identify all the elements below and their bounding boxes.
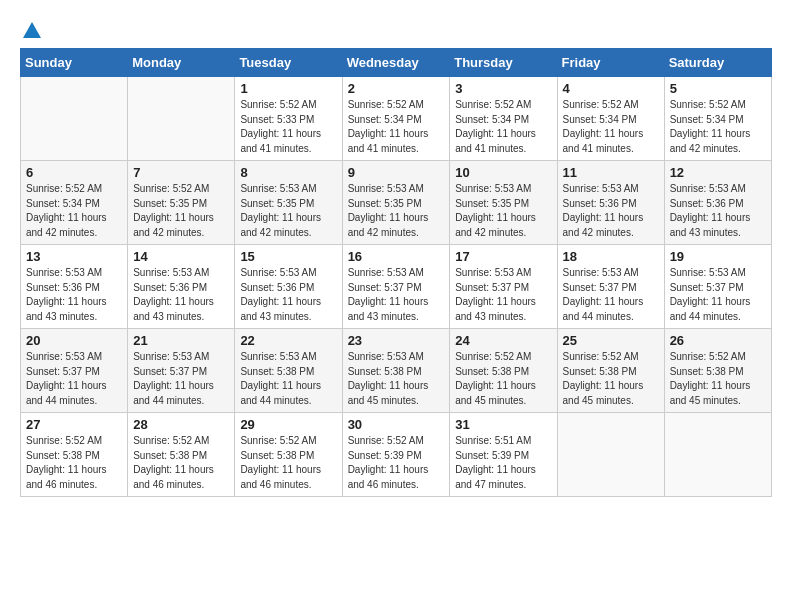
day-number: 19	[670, 249, 766, 264]
weekday-header-sunday: Sunday	[21, 49, 128, 77]
day-number: 27	[26, 417, 122, 432]
day-info: Sunrise: 5:53 AM Sunset: 5:35 PM Dayligh…	[348, 182, 445, 240]
day-cell: 31Sunrise: 5:51 AM Sunset: 5:39 PM Dayli…	[450, 413, 557, 497]
week-row-1: 1Sunrise: 5:52 AM Sunset: 5:33 PM Daylig…	[21, 77, 772, 161]
day-number: 8	[240, 165, 336, 180]
day-cell: 7Sunrise: 5:52 AM Sunset: 5:35 PM Daylig…	[128, 161, 235, 245]
day-cell: 2Sunrise: 5:52 AM Sunset: 5:34 PM Daylig…	[342, 77, 450, 161]
day-cell	[557, 413, 664, 497]
day-cell: 9Sunrise: 5:53 AM Sunset: 5:35 PM Daylig…	[342, 161, 450, 245]
day-info: Sunrise: 5:53 AM Sunset: 5:36 PM Dayligh…	[133, 266, 229, 324]
calendar: SundayMondayTuesdayWednesdayThursdayFrid…	[20, 48, 772, 497]
day-info: Sunrise: 5:53 AM Sunset: 5:36 PM Dayligh…	[26, 266, 122, 324]
day-info: Sunrise: 5:53 AM Sunset: 5:37 PM Dayligh…	[563, 266, 659, 324]
day-number: 25	[563, 333, 659, 348]
day-number: 7	[133, 165, 229, 180]
logo	[20, 20, 44, 38]
day-number: 14	[133, 249, 229, 264]
weekday-header-wednesday: Wednesday	[342, 49, 450, 77]
day-cell: 23Sunrise: 5:53 AM Sunset: 5:38 PM Dayli…	[342, 329, 450, 413]
day-info: Sunrise: 5:52 AM Sunset: 5:38 PM Dayligh…	[455, 350, 551, 408]
week-row-2: 6Sunrise: 5:52 AM Sunset: 5:34 PM Daylig…	[21, 161, 772, 245]
day-info: Sunrise: 5:53 AM Sunset: 5:37 PM Dayligh…	[455, 266, 551, 324]
page-header	[20, 20, 772, 38]
day-info: Sunrise: 5:53 AM Sunset: 5:37 PM Dayligh…	[348, 266, 445, 324]
week-row-4: 20Sunrise: 5:53 AM Sunset: 5:37 PM Dayli…	[21, 329, 772, 413]
day-number: 21	[133, 333, 229, 348]
day-number: 23	[348, 333, 445, 348]
day-number: 15	[240, 249, 336, 264]
day-info: Sunrise: 5:52 AM Sunset: 5:38 PM Dayligh…	[240, 434, 336, 492]
day-info: Sunrise: 5:53 AM Sunset: 5:36 PM Dayligh…	[240, 266, 336, 324]
day-cell: 5Sunrise: 5:52 AM Sunset: 5:34 PM Daylig…	[664, 77, 771, 161]
day-cell: 24Sunrise: 5:52 AM Sunset: 5:38 PM Dayli…	[450, 329, 557, 413]
weekday-header-monday: Monday	[128, 49, 235, 77]
day-cell: 21Sunrise: 5:53 AM Sunset: 5:37 PM Dayli…	[128, 329, 235, 413]
day-number: 20	[26, 333, 122, 348]
day-cell	[664, 413, 771, 497]
day-info: Sunrise: 5:52 AM Sunset: 5:34 PM Dayligh…	[26, 182, 122, 240]
day-cell: 10Sunrise: 5:53 AM Sunset: 5:35 PM Dayli…	[450, 161, 557, 245]
day-info: Sunrise: 5:53 AM Sunset: 5:38 PM Dayligh…	[240, 350, 336, 408]
weekday-header-saturday: Saturday	[664, 49, 771, 77]
day-number: 4	[563, 81, 659, 96]
day-info: Sunrise: 5:53 AM Sunset: 5:37 PM Dayligh…	[670, 266, 766, 324]
day-cell: 26Sunrise: 5:52 AM Sunset: 5:38 PM Dayli…	[664, 329, 771, 413]
day-cell: 8Sunrise: 5:53 AM Sunset: 5:35 PM Daylig…	[235, 161, 342, 245]
day-cell	[128, 77, 235, 161]
day-number: 17	[455, 249, 551, 264]
day-cell: 22Sunrise: 5:53 AM Sunset: 5:38 PM Dayli…	[235, 329, 342, 413]
weekday-header-row: SundayMondayTuesdayWednesdayThursdayFrid…	[21, 49, 772, 77]
day-number: 31	[455, 417, 551, 432]
day-info: Sunrise: 5:52 AM Sunset: 5:34 PM Dayligh…	[670, 98, 766, 156]
day-cell: 16Sunrise: 5:53 AM Sunset: 5:37 PM Dayli…	[342, 245, 450, 329]
day-info: Sunrise: 5:53 AM Sunset: 5:35 PM Dayligh…	[240, 182, 336, 240]
day-info: Sunrise: 5:52 AM Sunset: 5:34 PM Dayligh…	[348, 98, 445, 156]
weekday-header-friday: Friday	[557, 49, 664, 77]
day-number: 18	[563, 249, 659, 264]
weekday-header-tuesday: Tuesday	[235, 49, 342, 77]
day-info: Sunrise: 5:53 AM Sunset: 5:38 PM Dayligh…	[348, 350, 445, 408]
day-cell: 15Sunrise: 5:53 AM Sunset: 5:36 PM Dayli…	[235, 245, 342, 329]
day-cell: 27Sunrise: 5:52 AM Sunset: 5:38 PM Dayli…	[21, 413, 128, 497]
day-number: 16	[348, 249, 445, 264]
day-cell: 14Sunrise: 5:53 AM Sunset: 5:36 PM Dayli…	[128, 245, 235, 329]
weekday-header-thursday: Thursday	[450, 49, 557, 77]
logo-icon	[21, 20, 43, 42]
day-cell: 25Sunrise: 5:52 AM Sunset: 5:38 PM Dayli…	[557, 329, 664, 413]
day-info: Sunrise: 5:52 AM Sunset: 5:38 PM Dayligh…	[26, 434, 122, 492]
day-cell: 1Sunrise: 5:52 AM Sunset: 5:33 PM Daylig…	[235, 77, 342, 161]
day-info: Sunrise: 5:52 AM Sunset: 5:38 PM Dayligh…	[563, 350, 659, 408]
day-number: 9	[348, 165, 445, 180]
day-number: 3	[455, 81, 551, 96]
day-cell: 13Sunrise: 5:53 AM Sunset: 5:36 PM Dayli…	[21, 245, 128, 329]
day-cell: 3Sunrise: 5:52 AM Sunset: 5:34 PM Daylig…	[450, 77, 557, 161]
day-info: Sunrise: 5:53 AM Sunset: 5:37 PM Dayligh…	[133, 350, 229, 408]
week-row-3: 13Sunrise: 5:53 AM Sunset: 5:36 PM Dayli…	[21, 245, 772, 329]
day-number: 11	[563, 165, 659, 180]
day-number: 22	[240, 333, 336, 348]
day-info: Sunrise: 5:52 AM Sunset: 5:34 PM Dayligh…	[455, 98, 551, 156]
day-number: 5	[670, 81, 766, 96]
day-info: Sunrise: 5:52 AM Sunset: 5:38 PM Dayligh…	[670, 350, 766, 408]
svg-marker-0	[23, 22, 41, 38]
day-info: Sunrise: 5:53 AM Sunset: 5:37 PM Dayligh…	[26, 350, 122, 408]
day-number: 10	[455, 165, 551, 180]
day-number: 30	[348, 417, 445, 432]
day-cell: 30Sunrise: 5:52 AM Sunset: 5:39 PM Dayli…	[342, 413, 450, 497]
day-number: 12	[670, 165, 766, 180]
day-cell: 18Sunrise: 5:53 AM Sunset: 5:37 PM Dayli…	[557, 245, 664, 329]
day-info: Sunrise: 5:52 AM Sunset: 5:35 PM Dayligh…	[133, 182, 229, 240]
day-info: Sunrise: 5:51 AM Sunset: 5:39 PM Dayligh…	[455, 434, 551, 492]
day-number: 26	[670, 333, 766, 348]
week-row-5: 27Sunrise: 5:52 AM Sunset: 5:38 PM Dayli…	[21, 413, 772, 497]
day-number: 24	[455, 333, 551, 348]
day-info: Sunrise: 5:52 AM Sunset: 5:34 PM Dayligh…	[563, 98, 659, 156]
day-info: Sunrise: 5:52 AM Sunset: 5:38 PM Dayligh…	[133, 434, 229, 492]
day-cell: 29Sunrise: 5:52 AM Sunset: 5:38 PM Dayli…	[235, 413, 342, 497]
day-number: 1	[240, 81, 336, 96]
day-cell: 20Sunrise: 5:53 AM Sunset: 5:37 PM Dayli…	[21, 329, 128, 413]
day-cell: 19Sunrise: 5:53 AM Sunset: 5:37 PM Dayli…	[664, 245, 771, 329]
day-number: 29	[240, 417, 336, 432]
day-cell: 4Sunrise: 5:52 AM Sunset: 5:34 PM Daylig…	[557, 77, 664, 161]
